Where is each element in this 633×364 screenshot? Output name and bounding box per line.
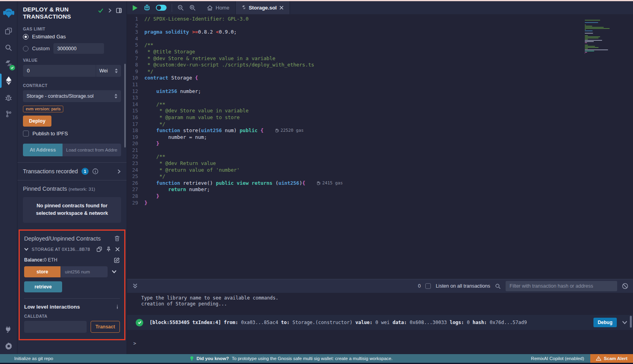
run-script-icon[interactable]	[132, 5, 138, 11]
deploy-and-run-icon[interactable]	[0, 72, 17, 89]
line-number: 19	[127, 134, 144, 141]
code-line: 14 /**	[127, 101, 633, 108]
tab-storage-sol[interactable]: Storage.sol	[235, 1, 290, 14]
code-line: 20 }	[127, 140, 633, 147]
pending-tx-count: 0	[418, 283, 421, 289]
line-number: 14	[127, 101, 144, 108]
gas-estimate-badge: 22520 gas	[275, 127, 304, 134]
solidity-file-icon	[242, 5, 246, 11]
info-icon[interactable]	[115, 304, 120, 309]
collapse-terminal-icon[interactable]	[133, 283, 138, 289]
terminal-scrollbar[interactable]	[630, 316, 632, 328]
copilot-toggle[interactable]	[156, 5, 167, 11]
pin-contract-icon[interactable]	[106, 246, 111, 252]
filter-transactions-input[interactable]	[506, 281, 617, 291]
line-number: 26	[127, 180, 144, 187]
expand-args-icon[interactable]	[112, 269, 117, 274]
scam-alert-button[interactable]: Scam Alert	[590, 354, 633, 363]
plugin-manager-icon[interactable]	[0, 321, 17, 337]
copilot-status[interactable]: RemixAI Copilot (enabled)	[531, 356, 584, 361]
store-arg-input[interactable]	[61, 266, 108, 277]
info-icon[interactable]	[92, 168, 99, 174]
trash-icon[interactable]	[114, 235, 120, 241]
code-line: 23 * @dev Return value	[127, 160, 633, 167]
store-button[interactable]: store	[24, 266, 61, 277]
ai-assistant-robot-icon[interactable]	[143, 4, 151, 11]
remove-contract-icon[interactable]	[115, 247, 120, 252]
line-number: 23	[127, 160, 144, 167]
solidity-compiler-icon[interactable]	[0, 56, 17, 72]
custom-gas-radio[interactable]	[23, 46, 28, 51]
estimated-gas-radio[interactable]	[23, 34, 28, 40]
line-number: 20	[127, 140, 144, 147]
terminal-prompt[interactable]: >	[127, 341, 633, 346]
estimated-gas-option[interactable]: Estimated Gas	[23, 34, 121, 40]
deployed-contract-item[interactable]: STORAGE AT 0X136...8B78	[24, 246, 120, 252]
search-icon[interactable]	[0, 39, 17, 56]
line-number: 27	[127, 186, 144, 193]
transact-button[interactable]: Transact	[91, 321, 120, 333]
transactions-recorded-row: Transactions recorded 1	[17, 163, 127, 180]
tab-home[interactable]: Home	[201, 1, 235, 14]
line-number: 12	[127, 88, 144, 95]
calldata-input[interactable]	[24, 321, 87, 333]
custom-gas-option[interactable]: Custom	[23, 43, 121, 54]
compile-success-badge	[9, 65, 15, 70]
line-number: 1	[127, 16, 144, 23]
edit-balance-icon[interactable]	[114, 257, 120, 263]
clear-console-icon[interactable]	[622, 283, 628, 289]
stepper-icon	[115, 68, 118, 73]
stepper-icon	[114, 94, 118, 99]
debugger-icon[interactable]	[0, 89, 17, 106]
zoom-in-icon[interactable]	[189, 4, 196, 11]
code-line: 27 return number;	[127, 186, 633, 193]
line-number: 29	[127, 200, 144, 207]
copy-address-icon[interactable]	[97, 246, 102, 252]
pin-panel-icon[interactable]	[116, 8, 122, 13]
settings-gear-icon[interactable]	[0, 337, 17, 354]
expand-transactions-icon[interactable]	[117, 169, 121, 174]
code-line: 8 * @custom:dev-run-script ./scripts/dep…	[127, 62, 633, 68]
at-address-input[interactable]	[63, 144, 121, 156]
code-line: 13	[127, 95, 633, 101]
panel-forward-icon[interactable]	[108, 8, 112, 13]
code-editor[interactable]: 1// SPDX-License-Identifier: GPL-3.023pr…	[127, 14, 633, 279]
custom-gas-input[interactable]	[53, 43, 104, 54]
transaction-log-row[interactable]: [block:5583405 txIndex:4] from: 0xa03...…	[127, 315, 633, 330]
line-number: 4	[127, 36, 144, 42]
value-unit-select[interactable]: Wei	[96, 65, 121, 77]
value-input[interactable]: 0	[23, 65, 96, 77]
remix-logo-icon[interactable]	[0, 4, 17, 23]
line-number: 13	[127, 95, 144, 101]
minimap[interactable]	[585, 20, 612, 54]
file-explorer-icon[interactable]	[0, 23, 17, 39]
code-line: 1// SPDX-License-Identifier: GPL-3.0	[127, 16, 633, 23]
chevron-down-icon[interactable]	[24, 247, 28, 251]
git-icon[interactable]	[0, 106, 17, 122]
close-tab-icon[interactable]	[279, 6, 284, 10]
contract-select[interactable]: Storage - contracts/Storage.sol	[23, 90, 121, 102]
at-address-button[interactable]: At Address	[23, 144, 63, 156]
debug-button[interactable]: Debug	[593, 318, 617, 327]
git-init-status[interactable]: Initialize as git repo	[0, 356, 53, 361]
terminal-search-icon[interactable]	[495, 283, 501, 289]
low-level-header: Low level interactions	[24, 299, 120, 310]
expand-tx-icon[interactable]	[622, 320, 627, 325]
code-lines: 1// SPDX-License-Identifier: GPL-3.023pr…	[127, 16, 633, 206]
gas-estimate-badge: 2415 gas	[317, 180, 343, 187]
listen-all-checkbox[interactable]	[425, 283, 431, 289]
publish-ipfs-checkbox[interactable]	[23, 131, 29, 136]
icon-sidebar	[0, 1, 17, 354]
terminal-content[interactable]: Type the library name to see available c…	[127, 293, 633, 354]
code-line: 18 function store(uint256 num) public {2…	[127, 127, 633, 134]
panel-scrollbar[interactable]	[124, 64, 126, 148]
line-number: 11	[127, 82, 144, 88]
calldata-label: CALLDATA	[24, 314, 120, 318]
status-bar: Initialize as git repo Did you know? To …	[0, 354, 633, 363]
zoom-out-icon[interactable]	[177, 4, 184, 11]
annotation-red-box: Deployed/Unpinned Contracts STORAGE AT 0…	[19, 229, 125, 340]
pinned-contracts-section: Pinned Contracts (network: 31) No pinned…	[17, 180, 127, 224]
retrieve-button[interactable]: retrieve	[24, 281, 62, 292]
deploy-button[interactable]: Deploy	[23, 116, 51, 127]
tx-success-icon	[136, 319, 143, 326]
